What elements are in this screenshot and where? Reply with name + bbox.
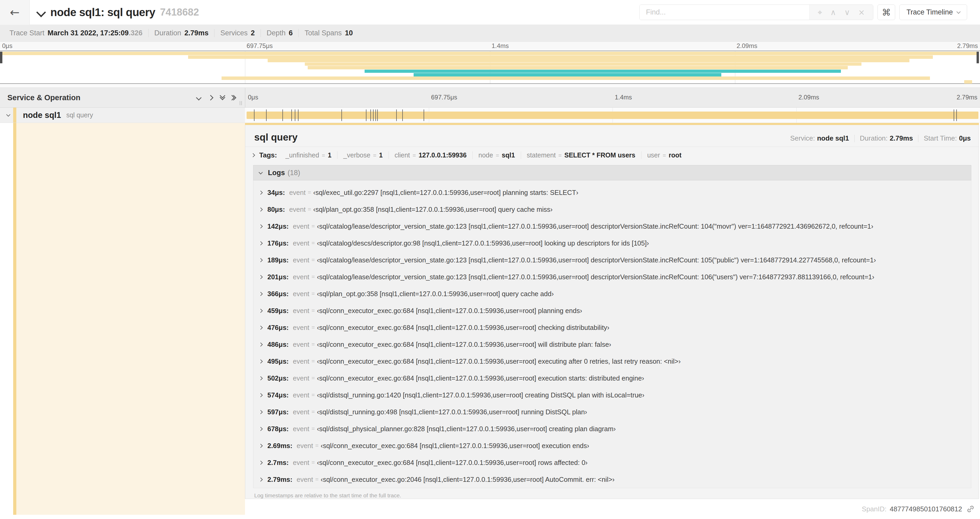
minimap-span-bar [268,59,910,62]
tag-key: _unfinished [285,152,319,159]
log-timestamp: 502μs: [267,374,289,382]
log-row[interactable]: 176μs: event = ‹sql/catalog/descs/descri… [253,235,971,252]
log-expand-chevron-icon[interactable] [259,326,263,330]
log-value: ‹sql/conn_executor_exec.go:684 [nsql1,cl… [317,307,582,315]
tags-row[interactable]: Tags: _unfinished = 1 _verbose = 1 [245,147,979,163]
log-marker-tick [373,109,374,121]
log-row[interactable]: 495μs: event = ‹sql/conn_executor_exec.g… [253,353,971,370]
collapse-trace-chevron-icon[interactable] [37,7,46,17]
span-name-cell[interactable]: node sql1 sql query [0,108,245,123]
log-row[interactable]: 476μs: event = ‹sql/conn_executor_exec.g… [253,319,971,336]
tags-expand-chevron-icon[interactable] [251,153,255,157]
column-resize-grip[interactable] [240,101,242,105]
log-row[interactable]: 2.7ms: event = ‹sql/conn_executor_exec.g… [253,454,971,471]
meta-value-muted: .326 [129,29,143,37]
clear-find-icon[interactable]: × [858,8,865,17]
log-row[interactable]: 2.69ms: event = ‹sql/conn_executor_exec.… [253,437,971,454]
log-row[interactable]: 142μs: event = ‹sql/catalog/lease/descri… [253,218,971,235]
minimap-span-bar [964,80,972,84]
logs-accordion-header[interactable]: Logs (18) [253,165,971,180]
log-row[interactable]: 34μs: event = ‹sql/exec_util.go:2297 [ns… [253,184,971,201]
expand-all-icon[interactable] [232,96,235,100]
log-timestamp: 495μs: [267,358,289,365]
meta-label: Trace Start [10,29,45,37]
trace-minimap[interactable] [0,51,980,84]
minimap-left-scrubber[interactable] [0,52,2,63]
log-row[interactable]: 201μs: event = ‹sql/catalog/lease/descri… [253,268,971,285]
tag-item: node = sql1 [473,152,521,159]
log-expand-chevron-icon[interactable] [259,308,263,313]
log-row[interactable]: 574μs: event = ‹sql/distsql_running.go:1… [253,386,971,404]
span-bar-cell[interactable] [245,108,980,123]
log-expand-chevron-icon[interactable] [259,427,263,431]
prev-match-icon[interactable]: ∧ [830,8,836,17]
collapse-all-icon[interactable] [221,96,224,99]
log-key: event [297,476,313,484]
log-expand-chevron-icon[interactable] [259,477,263,482]
log-expand-chevron-icon[interactable] [259,342,263,347]
log-timestamp: 459μs: [267,307,289,315]
log-expand-chevron-icon[interactable] [259,393,263,397]
log-expand-chevron-icon[interactable] [259,410,263,414]
equals-sign: = [312,459,315,466]
span-row[interactable]: node sql1 sql query [0,108,980,123]
timeline-grid-header: Service & Operation 0μs 697.75μs 1.4ms 2… [0,88,980,108]
log-timestamp: 201μs: [267,273,289,281]
log-timestamp: 366μs: [267,290,289,298]
keyboard-shortcuts-button[interactable]: ⌘ [878,5,895,20]
copy-link-icon[interactable] [966,505,975,513]
span-color-accent [13,123,16,515]
trace-meta-item: Trace Start March 31 2022, 17:25:09 .326 [4,29,148,37]
log-row[interactable]: 189μs: event = ‹sql/catalog/lease/descri… [253,252,971,268]
log-key: event [293,290,309,298]
log-row[interactable]: 80μs: event = ‹sql/plan_opt.go:358 [nsql… [253,201,971,218]
log-expand-chevron-icon[interactable] [259,190,263,195]
equals-sign: = [312,291,315,297]
log-timestamp: 2.7ms: [267,459,289,466]
log-expand-chevron-icon[interactable] [259,359,263,363]
log-value: ‹sql/distsql_physical_planner.go:828 [ns… [317,425,616,433]
log-expand-chevron-icon[interactable] [259,444,263,448]
logs-title: Logs [268,169,285,177]
log-expand-chevron-icon[interactable] [259,258,263,262]
trace-id: 7418682 [160,6,199,18]
equals-sign: = [663,152,666,159]
log-value: ‹sql/conn_executor_exec.go:684 [nsql1,cl… [317,341,611,348]
top-bar: ← node sql1: sql query 7418682 ⌖ ∧ ∨ × ⌘… [0,0,980,25]
log-row[interactable]: 502μs: event = ‹sql/conn_executor_exec.g… [253,370,971,386]
logs-collapse-chevron-icon[interactable] [259,170,263,174]
log-expand-chevron-icon[interactable] [259,292,263,296]
tag-key: client [395,152,410,159]
expand-one-icon[interactable] [208,95,213,100]
view-select-label: Trace Timeline [907,8,953,16]
log-row[interactable]: 678μs: event = ‹sql/distsql_physical_pla… [253,420,971,437]
log-expand-chevron-icon[interactable] [259,376,263,380]
log-row[interactable]: 486μs: event = ‹sql/conn_executor_exec.g… [253,336,971,353]
log-value: ‹sql/conn_executor_exec.go:2046 [nsql1,c… [321,476,615,484]
log-row[interactable]: 597μs: event = ‹sql/distsql_running.go:4… [253,404,971,420]
log-timestamp: 597μs: [267,408,289,416]
log-key: event [293,459,309,466]
trace-timeline-page: ← node sql1: sql query 7418682 ⌖ ∧ ∨ × ⌘… [0,0,980,519]
locate-icon[interactable]: ⌖ [818,8,822,17]
collapse-one-icon[interactable] [196,95,202,100]
view-select-button[interactable]: Trace Timeline [899,5,967,20]
find-input[interactable] [640,5,809,20]
log-marker-tick [396,109,397,121]
log-expand-chevron-icon[interactable] [259,275,263,279]
log-expand-chevron-icon[interactable] [259,460,263,465]
back-button[interactable]: ← [0,0,30,25]
log-expand-chevron-icon[interactable] [259,207,263,211]
log-row[interactable]: 366μs: event = ‹sql/plan_opt.go:358 [nsq… [253,285,971,302]
minimap-right-scrubber[interactable] [977,52,979,63]
span-collapse-chevron-icon[interactable] [6,113,11,117]
log-expand-chevron-icon[interactable] [259,241,263,245]
log-row[interactable]: 459μs: event = ‹sql/conn_executor_exec.g… [253,302,971,319]
span-duration-bar[interactable] [247,112,978,119]
back-arrow-icon: ← [10,6,20,19]
next-match-icon[interactable]: ∨ [844,8,850,17]
ruler-tick-label: 2.09ms [799,94,819,101]
log-row[interactable]: 2.79ms: event = ‹sql/conn_executor_exec.… [253,471,971,488]
log-expand-chevron-icon[interactable] [259,224,263,228]
equals-sign: = [312,409,315,415]
